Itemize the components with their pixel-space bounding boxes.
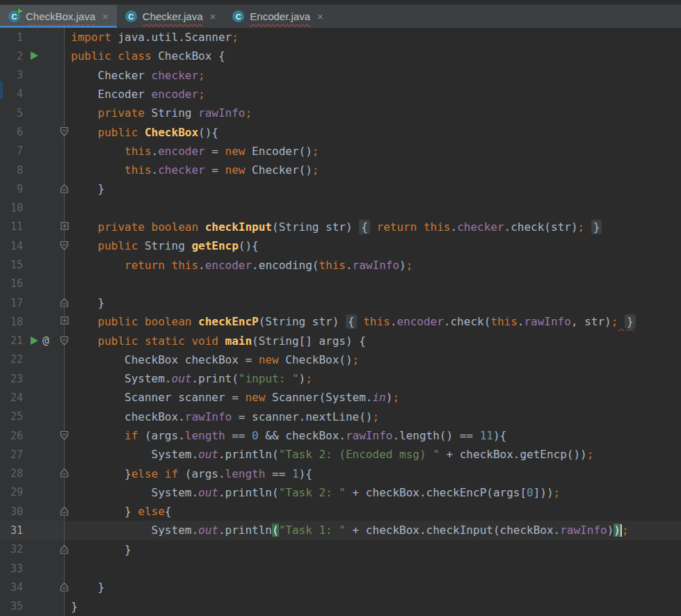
token-d: ) bbox=[399, 259, 406, 272]
code-line-text[interactable]: } bbox=[65, 578, 681, 597]
code-line-text[interactable]: } else{ bbox=[65, 502, 681, 521]
code-line-text[interactable]: CheckBox checkBox = new CheckBox(); bbox=[65, 350, 681, 369]
code-line-text[interactable] bbox=[65, 199, 681, 218]
close-icon[interactable]: × bbox=[317, 11, 323, 22]
tab-encoder-java[interactable]: C Encoder.java × bbox=[224, 5, 332, 28]
close-icon[interactable]: × bbox=[210, 11, 216, 22]
code-line-text[interactable]: Encoder encoder; bbox=[65, 85, 681, 104]
editor-gutter[interactable]: 17 bbox=[0, 293, 65, 312]
editor-gutter[interactable]: 14 bbox=[0, 236, 65, 255]
editor-gutter[interactable]: 35 bbox=[0, 597, 65, 615]
code-line-text[interactable]: System.out.print("input: "); bbox=[65, 369, 681, 388]
code-line-text[interactable]: this.encoder = new Encoder(); bbox=[65, 142, 681, 161]
code-line-text[interactable]: if (args.length == 0 && checkBox.rawInfo… bbox=[65, 426, 681, 445]
token-d: ])) bbox=[534, 486, 554, 499]
editor-gutter[interactable]: 9 bbox=[0, 179, 65, 198]
code-line-text[interactable]: System.out.println("Task 2: " + checkBox… bbox=[65, 483, 681, 502]
editor-gutter[interactable]: 18 bbox=[0, 312, 65, 331]
editor-gutter[interactable]: 7 bbox=[0, 142, 65, 161]
editor-gutter[interactable]: 30 bbox=[0, 502, 65, 521]
token-n: 0 bbox=[252, 429, 259, 442]
editor-gutter[interactable]: 15 bbox=[0, 255, 65, 274]
fold-start-icon bbox=[60, 430, 69, 441]
editor-gutter[interactable]: 27 bbox=[0, 445, 65, 464]
code-line-text[interactable]: System.out.println("Task 1: " + checkBox… bbox=[65, 521, 681, 540]
editor-gutter[interactable]: 24 bbox=[0, 388, 65, 407]
fold-end-icon[interactable] bbox=[60, 506, 69, 517]
close-icon[interactable]: × bbox=[102, 11, 109, 22]
editor-gutter[interactable]: 21@ bbox=[0, 332, 65, 350]
fold-start-icon[interactable] bbox=[60, 241, 69, 251]
token-s: "Task 1: " bbox=[279, 524, 346, 537]
token-k: ; bbox=[305, 372, 312, 385]
run-icon[interactable] bbox=[31, 337, 38, 345]
line-number: 28 bbox=[0, 467, 23, 480]
editor-gutter[interactable]: 1 bbox=[0, 28, 65, 47]
code-line-text[interactable]: System.out.println("Task 2: (Encoded msg… bbox=[65, 445, 681, 464]
code-line-text[interactable]: public String getEncp(){ bbox=[65, 236, 681, 255]
code-line-text[interactable]: } bbox=[65, 293, 681, 312]
code-line-text[interactable]: public class CheckBox { bbox=[65, 47, 681, 65]
editor-gutter[interactable]: 22 bbox=[0, 350, 65, 369]
code-line-text[interactable]: public boolean checkEncP(String str) { t… bbox=[65, 312, 681, 331]
token-d: System. bbox=[71, 486, 198, 499]
fold-end-icon[interactable] bbox=[60, 184, 69, 194]
editor-gutter[interactable]: 4 bbox=[0, 85, 65, 104]
editor-gutter[interactable]: 6 bbox=[0, 122, 65, 141]
token-k: if bbox=[71, 429, 138, 442]
code-line-text[interactable]: checkBox.rawInfo = scanner.nextLine(); bbox=[65, 407, 681, 426]
code-line-text[interactable]: return this.encoder.encoding(this.rawInf… bbox=[65, 255, 681, 274]
code-line-text[interactable]: import java.util.Scanner; bbox=[65, 28, 681, 47]
editor-gutter[interactable]: 31 bbox=[0, 521, 65, 540]
fold-end-icon[interactable] bbox=[60, 298, 69, 308]
editor-gutter[interactable]: 2 bbox=[0, 47, 65, 65]
tab-checkbox-java[interactable]: C CheckBox.java × bbox=[0, 5, 117, 28]
code-line-text[interactable]: Scanner scanner = new Scanner(System.in)… bbox=[65, 388, 681, 407]
fold-end-icon[interactable] bbox=[60, 544, 69, 555]
code-line-text[interactable]: Checker checker; bbox=[65, 66, 681, 85]
code-editor[interactable]: 1import java.util.Scanner;2public class … bbox=[0, 28, 681, 616]
code-line-text[interactable]: private String rawInfo; bbox=[65, 104, 681, 122]
tab-checker-java[interactable]: C Checker.java × bbox=[117, 5, 224, 28]
run-icon[interactable] bbox=[31, 51, 38, 60]
code-line-text[interactable]: public static void main(String[] args) { bbox=[65, 332, 681, 350]
editor-gutter[interactable]: 32 bbox=[0, 540, 65, 559]
code-line-text[interactable]: public CheckBox(){ bbox=[65, 122, 681, 141]
token-d bbox=[357, 315, 364, 328]
editor-gutter[interactable]: 25 bbox=[0, 407, 65, 426]
editor-gutter[interactable]: 11 bbox=[0, 218, 65, 236]
code-line-text[interactable]: } bbox=[65, 540, 681, 559]
editor-gutter[interactable]: 10 bbox=[0, 199, 65, 218]
editor-gutter[interactable]: 23 bbox=[0, 369, 65, 388]
code-line-text[interactable]: } bbox=[65, 179, 681, 198]
code-line-text[interactable]: this.checker = new Checker(); bbox=[65, 161, 681, 179]
fold-start-icon[interactable] bbox=[60, 127, 69, 137]
editor-gutter[interactable]: 8 bbox=[0, 161, 65, 179]
fold-collapsed-icon[interactable] bbox=[61, 222, 69, 230]
token-k: this bbox=[71, 145, 152, 158]
editor-gutter[interactable]: 3 bbox=[0, 66, 65, 85]
fold-start-icon[interactable] bbox=[60, 336, 69, 346]
token-d: System. bbox=[71, 524, 198, 537]
editor-gutter[interactable]: 16 bbox=[0, 275, 65, 293]
code-line-text[interactable]: }else if (args.length == 1){ bbox=[65, 464, 681, 483]
code-line-text[interactable]: } bbox=[65, 597, 681, 615]
token-d: } bbox=[71, 296, 104, 309]
code-line-text[interactable] bbox=[65, 275, 681, 293]
editor-gutter[interactable]: 26 bbox=[0, 426, 65, 445]
fold-end-icon[interactable] bbox=[60, 582, 69, 592]
code-line-text[interactable]: private boolean checkInput(String str) {… bbox=[65, 218, 681, 236]
editor-gutter[interactable]: 28 bbox=[0, 464, 65, 483]
code-line: 35} bbox=[0, 597, 681, 615]
editor-gutter[interactable]: 33 bbox=[0, 559, 65, 578]
fold-end-icon[interactable] bbox=[60, 468, 69, 478]
token-k: ; bbox=[312, 145, 319, 158]
line-number: 31 bbox=[0, 524, 23, 537]
code-line: 11 private boolean checkInput(String str… bbox=[0, 218, 681, 236]
code-line-text[interactable] bbox=[65, 559, 681, 578]
editor-gutter[interactable]: 5 bbox=[0, 104, 65, 122]
editor-gutter[interactable]: 29 bbox=[0, 483, 65, 502]
fold-start-icon[interactable] bbox=[60, 430, 69, 441]
editor-gutter[interactable]: 34 bbox=[0, 578, 65, 597]
fold-collapsed-icon[interactable] bbox=[61, 316, 69, 325]
